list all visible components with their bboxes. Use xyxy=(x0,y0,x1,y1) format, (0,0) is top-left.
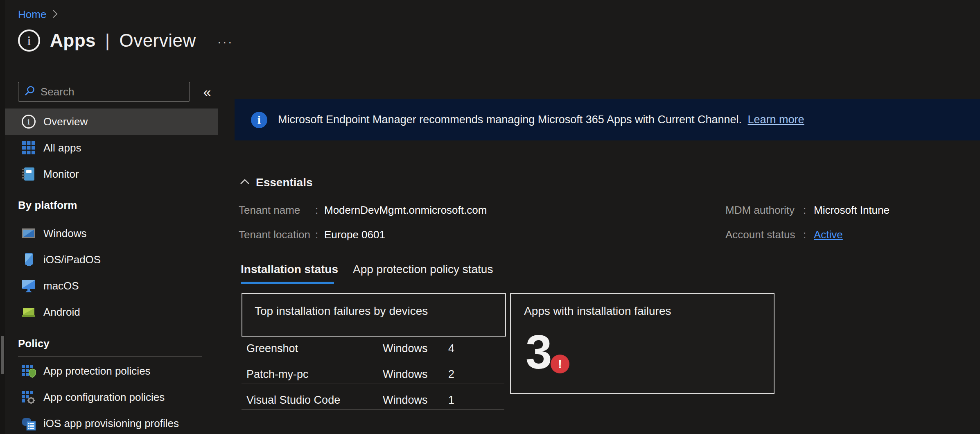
tab-app-protection-policy-status[interactable]: App protection policy status xyxy=(353,263,493,276)
essentials-toggle[interactable]: Essentials xyxy=(239,176,313,189)
info-circle-icon: i xyxy=(18,29,40,52)
sidebar-search-box[interactable] xyxy=(18,82,190,102)
notebook-icon xyxy=(21,167,36,181)
sidebar-item-android[interactable]: Android xyxy=(5,299,218,325)
breadcrumb: Home xyxy=(18,8,59,21)
sidebar-item-label: Monitor xyxy=(43,168,79,181)
sidebar-scrollbar-thumb[interactable] xyxy=(1,336,4,374)
field-tenant-location-value: Europe 0601 xyxy=(324,228,385,241)
sidebar-item-label: App configuration policies xyxy=(43,391,165,404)
windows-monitor-icon xyxy=(21,226,36,241)
banner-text: Microsoft Endpoint Manager recommends ma… xyxy=(278,113,742,126)
account-status-link-wrap: Active xyxy=(814,228,843,241)
grid-shield-icon xyxy=(21,364,36,378)
sidebar-item-windows[interactable]: Windows xyxy=(5,220,218,246)
essentials-divider xyxy=(235,250,980,250)
cell-failure-count: 1 xyxy=(448,394,506,407)
sidebar-item-all-apps[interactable]: All apps xyxy=(5,135,218,161)
sidebar-item-monitor[interactable]: Monitor xyxy=(5,161,218,187)
sidebar-item-ios-app-provisioning-profiles[interactable]: iOS app provisioning profiles xyxy=(5,410,218,434)
section-divider xyxy=(18,218,202,218)
field-colon: : xyxy=(803,204,806,217)
cell-failure-count: 4 xyxy=(448,342,506,355)
android-device-icon xyxy=(21,305,36,319)
sidebar-item-label: Overview xyxy=(43,115,88,128)
sidebar-item-label: Windows xyxy=(43,227,86,240)
cell-app-name: Visual Studio Code xyxy=(242,394,383,407)
field-label: Tenant location xyxy=(239,228,310,241)
field-label: Tenant name xyxy=(239,204,300,216)
section-divider xyxy=(18,356,202,357)
page-title: Apps | Overview xyxy=(50,30,196,51)
field-colon: : xyxy=(315,204,318,217)
card-apps-with-installation-failures[interactable]: Apps with installation failures 3 ! xyxy=(510,293,775,394)
sidebar-section-by-platform: By platform xyxy=(18,199,77,212)
card-title: Apps with installation failures xyxy=(524,305,671,318)
desktop-monitor-icon xyxy=(21,278,36,293)
field-label: MDM authority xyxy=(725,204,795,216)
field-mdm-authority-value: Microsoft Intune xyxy=(814,204,890,217)
account-status-link[interactable]: Active xyxy=(814,228,843,241)
field-account-status: Account status xyxy=(725,228,795,241)
learn-more-link[interactable]: Learn more xyxy=(748,113,804,126)
error-badge-icon: ! xyxy=(551,355,569,373)
failures-count-value: 3 xyxy=(526,328,552,376)
field-colon: : xyxy=(803,228,806,241)
recommendation-banner: i Microsoft Endpoint Manager recommends … xyxy=(235,99,980,140)
tab-installation-status[interactable]: Installation status xyxy=(241,263,338,276)
grid-gear-icon xyxy=(21,390,36,405)
more-options-button[interactable]: ··· xyxy=(217,35,233,46)
cell-app-name: Greenshot xyxy=(242,342,383,355)
cell-app-name: Patch-my-pc xyxy=(242,368,383,381)
page-title-row: i Apps | Overview ··· xyxy=(18,29,233,52)
sidebar-item-ios[interactable]: iOS/iPadOS xyxy=(5,246,218,273)
essentials-title: Essentials xyxy=(256,176,313,189)
sidebar-section-policy: Policy xyxy=(18,337,50,350)
sidebar-item-label: App protection policies xyxy=(43,365,151,377)
apps-overview-page: Home i Apps | Overview ··· « i Overview xyxy=(0,0,980,434)
field-mdm-authority: MDM authority xyxy=(725,204,795,217)
provisioning-profile-icon xyxy=(21,416,36,431)
sidebar-item-label: iOS app provisioning profiles xyxy=(43,417,179,430)
sidebar-item-label: macOS xyxy=(43,280,79,292)
sidebar-collapse-button[interactable]: « xyxy=(197,82,217,102)
banner-info-icon: i xyxy=(251,112,267,128)
breadcrumb-home-link[interactable]: Home xyxy=(18,8,46,21)
field-tenant-location: Tenant location xyxy=(239,228,310,241)
sidebar-item-app-configuration-policies[interactable]: App configuration policies xyxy=(5,384,218,410)
sidebar-item-label: All apps xyxy=(43,142,81,154)
field-label: Account status xyxy=(725,228,795,241)
field-tenant-name-value: ModernDevMgmt.onmicrosoft.com xyxy=(324,204,487,217)
page-title-primary: Apps xyxy=(50,30,96,50)
cell-platform: Windows xyxy=(383,394,448,407)
row-divider xyxy=(242,409,504,410)
search-icon xyxy=(23,85,36,99)
cell-platform: Windows xyxy=(383,368,448,381)
table-row[interactable]: Greenshot Windows 4 xyxy=(242,339,506,358)
sidebar-item-macos[interactable]: macOS xyxy=(5,273,218,299)
row-divider xyxy=(242,384,504,384)
sidebar-item-overview[interactable]: i Overview xyxy=(5,108,218,135)
sidebar-item-label: Android xyxy=(43,306,80,319)
cell-platform: Windows xyxy=(383,342,448,355)
table-row[interactable]: Patch-my-pc Windows 2 xyxy=(242,365,506,384)
field-tenant-name: Tenant name xyxy=(239,204,300,217)
apps-grid-icon xyxy=(21,140,36,155)
chevron-up-icon xyxy=(239,178,250,187)
overview-info-icon: i xyxy=(21,114,36,129)
table-row[interactable]: Visual Studio Code Windows 1 xyxy=(242,391,506,409)
page-title-separator: | xyxy=(101,30,114,50)
card-top-installation-failures[interactable]: Top installation failures by devices xyxy=(242,293,506,337)
cell-failure-count: 2 xyxy=(448,368,506,381)
sidebar-item-label: iOS/iPadOS xyxy=(43,253,101,266)
breadcrumb-chevron-icon xyxy=(52,9,59,20)
mobile-device-icon xyxy=(21,252,36,267)
search-input[interactable] xyxy=(41,86,185,98)
field-colon: : xyxy=(315,228,318,241)
sidebar-item-app-protection-policies[interactable]: App protection policies xyxy=(5,358,218,384)
card-title: Top installation failures by devices xyxy=(255,305,428,318)
active-tab-underline xyxy=(241,282,334,284)
row-divider xyxy=(242,358,504,358)
page-title-secondary: Overview xyxy=(119,30,196,50)
